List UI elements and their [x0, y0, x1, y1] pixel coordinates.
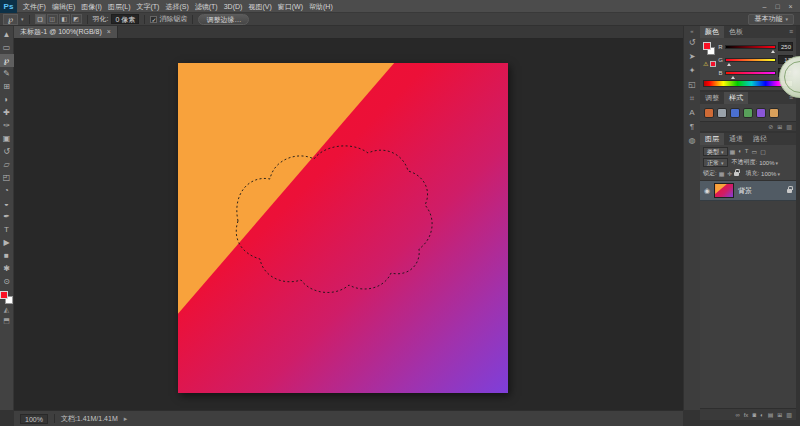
character-panel-icon[interactable]: A: [685, 106, 700, 120]
zoom-tool[interactable]: ⊙: [0, 275, 14, 288]
web-safe-color-chip[interactable]: [710, 61, 716, 67]
style-swatch[interactable]: [743, 108, 753, 118]
channel-slider[interactable]: [725, 45, 776, 49]
new-adjustment-layer-button[interactable]: ◐: [760, 412, 764, 418]
menu-edit[interactable]: 编辑(E): [49, 0, 78, 13]
workspace-switcher-button[interactable]: 基本功能 ▾: [748, 14, 794, 25]
canvas[interactable]: [178, 63, 508, 393]
layer-row-background[interactable]: ◉ 背景: [700, 181, 796, 201]
new-selection-mode[interactable]: ▢: [35, 14, 46, 24]
menu-type[interactable]: 文字(T): [133, 0, 162, 13]
paragraph-panel-icon[interactable]: ¶: [685, 120, 700, 134]
history-brush-tool[interactable]: ↺: [0, 145, 14, 158]
menu-layer[interactable]: 图层(L): [105, 0, 134, 13]
quick-mask-icon[interactable]: ◭: [0, 304, 14, 315]
tool-preset-caret-icon[interactable]: ▾: [21, 16, 24, 22]
fill-input[interactable]: 100% ▾: [761, 171, 780, 177]
lock-all-icon[interactable]: [734, 172, 739, 176]
tab-color[interactable]: 颜色: [700, 26, 724, 38]
tab-swatches[interactable]: 色板: [724, 26, 748, 38]
gradient-tool[interactable]: ◰: [0, 171, 14, 184]
new-style-button[interactable]: ⊞: [777, 123, 782, 130]
zoom-level-input[interactable]: 100%: [20, 414, 48, 424]
tool-presets-panel-icon[interactable]: ➤: [685, 50, 700, 64]
style-swatch[interactable]: [717, 108, 727, 118]
path-selection-tool[interactable]: ▶: [0, 236, 14, 249]
new-group-button[interactable]: ▤: [768, 411, 774, 418]
tab-styles[interactable]: 样式: [724, 92, 748, 104]
add-to-selection-mode[interactable]: ◫: [47, 14, 58, 24]
layer-thumbnail[interactable]: [714, 183, 734, 198]
slider-thumb-icon[interactable]: [771, 50, 775, 53]
move-tool[interactable]: ▲: [0, 28, 14, 41]
healing-brush-tool[interactable]: ✚: [0, 106, 14, 119]
lasso-tool-preset-icon[interactable]: ℘: [3, 14, 18, 25]
filter-shape-layers-icon[interactable]: ▭: [751, 148, 757, 155]
shape-tool[interactable]: ■: [0, 249, 14, 262]
marquee-tool[interactable]: ▭: [0, 41, 14, 54]
expand-panels-icon[interactable]: «: [690, 27, 693, 36]
link-layers-button[interactable]: ∞: [735, 412, 739, 418]
pen-tool[interactable]: ✒: [0, 210, 14, 223]
new-layer-button[interactable]: ⊞: [777, 411, 782, 418]
tab-paths[interactable]: 路径: [748, 133, 772, 145]
channel-slider[interactable]: [725, 58, 776, 62]
refine-edge-button[interactable]: 调整边缘…: [198, 14, 249, 25]
status-options-arrow-icon[interactable]: ▸: [124, 415, 128, 423]
crop-tool[interactable]: ⊞: [0, 80, 14, 93]
clone-source-panel-icon[interactable]: ⌗: [685, 92, 700, 106]
clone-stamp-tool[interactable]: ▣: [0, 132, 14, 145]
quick-selection-tool[interactable]: ✎: [0, 67, 14, 80]
menu-help[interactable]: 帮助(H): [306, 0, 336, 13]
style-swatch[interactable]: [756, 108, 766, 118]
channel-slider[interactable]: [725, 71, 776, 75]
style-swatch[interactable]: [730, 108, 740, 118]
delete-style-button[interactable]: ▥: [786, 123, 792, 130]
type-tool[interactable]: T: [0, 223, 14, 236]
brush-tool[interactable]: ✑: [0, 119, 14, 132]
layer-name[interactable]: 背景: [738, 186, 752, 196]
menu-select[interactable]: 选择(S): [162, 0, 191, 13]
menu-3d[interactable]: 3D(D): [221, 0, 246, 13]
filter-pixel-layers-icon[interactable]: ▦: [730, 148, 736, 155]
layer-visibility-eye-icon[interactable]: ◉: [704, 187, 710, 195]
menu-view[interactable]: 视图(V): [245, 0, 274, 13]
history-panel-icon[interactable]: ↺: [685, 36, 700, 50]
filter-smart-objects-icon[interactable]: ▢: [760, 148, 766, 155]
style-swatch[interactable]: [769, 108, 779, 118]
menu-filter[interactable]: 滤镜(T): [192, 0, 221, 13]
slider-thumb-icon[interactable]: [727, 63, 731, 66]
lock-position-icon[interactable]: ✛: [727, 170, 732, 177]
blend-mode-dropdown[interactable]: 正常 ▾: [703, 158, 728, 167]
clear-style-button[interactable]: ⊘: [768, 123, 773, 130]
menu-window[interactable]: 窗口(W): [275, 0, 306, 13]
adjustments-panel-icon[interactable]: ✦: [685, 64, 700, 78]
feather-input[interactable]: 0 像素: [111, 14, 139, 24]
dodge-tool[interactable]: ◒: [0, 197, 14, 210]
tab-close-icon[interactable]: ×: [107, 26, 111, 38]
properties-panel-icon[interactable]: ◱: [685, 78, 700, 92]
foreground-color-swatch[interactable]: [0, 291, 8, 299]
antialias-checkbox[interactable]: ✓ 消除锯齿: [150, 14, 187, 24]
screen-mode-icon[interactable]: ⬒: [0, 315, 14, 326]
blur-tool[interactable]: ◔: [0, 184, 14, 197]
menu-file[interactable]: 文件(F): [20, 0, 49, 13]
intersect-selection-mode[interactable]: ◩: [71, 14, 82, 24]
filter-kind-dropdown[interactable]: 类型 ▾: [703, 147, 728, 156]
slider-thumb-icon[interactable]: [731, 76, 735, 79]
layer-style-button[interactable]: fx: [744, 412, 749, 418]
hand-tool[interactable]: ✱: [0, 262, 14, 275]
restore-button[interactable]: □: [771, 0, 784, 13]
minimize-button[interactable]: –: [758, 0, 771, 13]
lasso-tool[interactable]: ℘: [0, 54, 14, 67]
opacity-input[interactable]: 100% ▾: [759, 160, 778, 166]
subtract-from-selection-mode[interactable]: ◧: [59, 14, 70, 24]
lock-transparency-icon[interactable]: ▦: [719, 170, 725, 177]
channel-value-input[interactable]: 250: [778, 42, 793, 51]
filter-adjustment-layers-icon[interactable]: ◐: [738, 148, 742, 155]
tab-adjustments[interactable]: 调整: [700, 92, 724, 104]
add-layer-mask-button[interactable]: ◙: [752, 412, 756, 418]
style-swatch[interactable]: [704, 108, 714, 118]
info-panel-icon[interactable]: ◍: [685, 134, 700, 148]
filter-type-layers-icon[interactable]: T: [745, 148, 749, 155]
